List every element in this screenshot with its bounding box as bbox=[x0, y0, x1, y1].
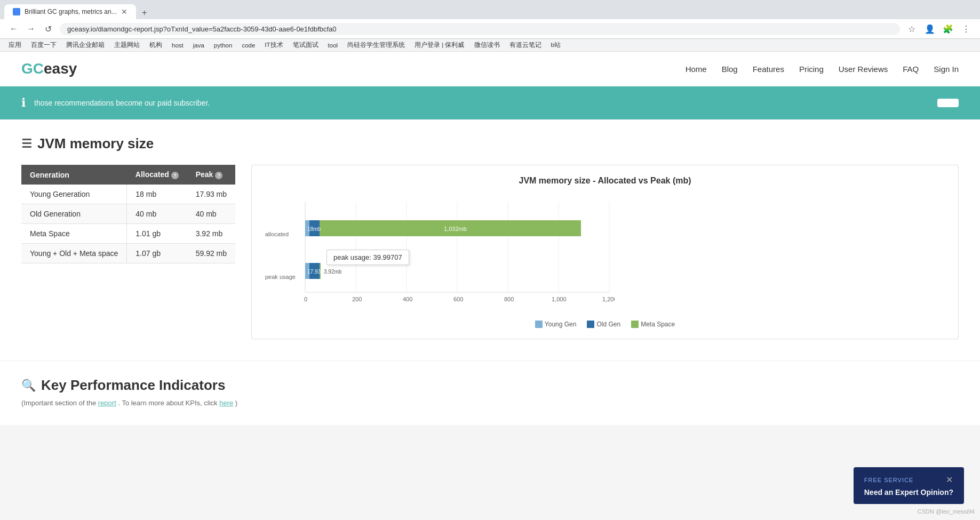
bookmark-item[interactable]: 微信读书 bbox=[470, 40, 504, 50]
table-row: Young Generation18 mb17.93 mb bbox=[21, 185, 235, 204]
extension-icon[interactable]: 🧩 bbox=[941, 21, 955, 36]
bookmark-item[interactable]: java bbox=[189, 41, 209, 50]
jvm-title-text: JVM memory size bbox=[37, 135, 154, 152]
bookmark-item[interactable]: host bbox=[168, 41, 188, 50]
table-row: Meta Space1.01 gb3.92 mb bbox=[21, 224, 235, 244]
nav-pricing[interactable]: Pricing bbox=[799, 65, 824, 74]
table-cell-2: 17.93 mb bbox=[187, 185, 235, 204]
bookmark-item[interactable]: 尚硅谷学生管理系统 bbox=[343, 40, 409, 50]
allocated-young-label: 18mb bbox=[307, 226, 321, 232]
bookmark-item[interactable]: code bbox=[237, 41, 259, 50]
kpi-subtitle3: ) bbox=[235, 399, 237, 407]
nav-home[interactable]: Home bbox=[686, 65, 707, 74]
nav-buttons: ← → ↺ bbox=[6, 21, 55, 36]
active-tab[interactable]: Brilliant GC graphs, metrics an... ✕ bbox=[4, 4, 136, 19]
nav-features[interactable]: Features bbox=[753, 65, 784, 74]
bookmark-item[interactable]: 笔试面试 bbox=[289, 40, 323, 50]
tab-bar: Brilliant GC graphs, metrics an... ✕ + bbox=[0, 0, 980, 19]
forward-button[interactable]: → bbox=[23, 21, 38, 36]
new-tab-button[interactable]: + bbox=[138, 6, 151, 19]
kpi-subtitle: (Important section of the report . To le… bbox=[21, 399, 959, 407]
table-cell-0: Meta Space bbox=[21, 224, 127, 244]
nav-user-reviews[interactable]: User Reviews bbox=[839, 65, 888, 74]
table-cell-1: 40 mb bbox=[127, 204, 187, 224]
table-cell-1: 18 mb bbox=[127, 185, 187, 204]
bookmark-icon[interactable]: ☆ bbox=[904, 21, 919, 36]
legend-old-gen: Old Gen bbox=[587, 321, 620, 328]
chart-tooltip: peak usage: 39.99707 bbox=[326, 250, 409, 265]
nav-blog[interactable]: Blog bbox=[722, 65, 738, 74]
kpi-title: 🔍 Key Performance Indicators bbox=[21, 377, 959, 394]
nav-links: Home Blog Features Pricing User Reviews … bbox=[686, 65, 959, 74]
kpi-subtitle2: . To learn more about KPIs, click bbox=[118, 399, 219, 407]
address-bar: ← → ↺ gceasy.io/diamondgc-report.jsp?oTx… bbox=[0, 19, 980, 39]
url-input[interactable]: gceasy.io/diamondgc-report.jsp?oTxnId_va… bbox=[60, 23, 900, 35]
back-button[interactable]: ← bbox=[6, 21, 21, 36]
x-label-1200: 1,200 bbox=[602, 296, 615, 302]
legend-meta-space: Meta Space bbox=[631, 321, 675, 328]
table-cell-2: 59.92 mb bbox=[187, 244, 235, 263]
bookmark-item[interactable]: IT技术 bbox=[260, 40, 287, 50]
bookmark-item[interactable]: 应用 bbox=[4, 40, 26, 50]
chart-container: JVM memory size - Allocated vs Peak (mb) bbox=[251, 165, 959, 339]
bookmark-item[interactable]: 百度一下 bbox=[27, 40, 61, 50]
chart-svg-container: allocated peak usage 18mb 1,032mb bbox=[262, 196, 947, 315]
table-cell-0: Young Generation bbox=[21, 185, 127, 204]
chart-svg: allocated peak usage 18mb 1,032mb bbox=[262, 196, 615, 314]
legend-old-color bbox=[587, 321, 594, 328]
allocated-info-icon[interactable]: ? bbox=[171, 172, 179, 179]
bookmark-item[interactable]: 腾讯企业邮箱 bbox=[62, 40, 109, 50]
kpi-report-link[interactable]: report bbox=[98, 399, 116, 407]
memory-table: Generation Allocated ? Peak ? Young Gene… bbox=[21, 165, 235, 263]
nav-faq[interactable]: FAQ bbox=[903, 65, 919, 74]
legend-young-gen: Young Gen bbox=[535, 321, 577, 328]
x-label-1000: 1,000 bbox=[552, 296, 567, 302]
kpi-here-link[interactable]: here bbox=[219, 399, 233, 407]
table-cell-0: Young + Old + Meta space bbox=[21, 244, 127, 263]
banner-icon: ℹ bbox=[21, 96, 26, 110]
nav-header: GCeasy Home Blog Features Pricing User R… bbox=[0, 52, 980, 86]
jvm-section-title: ☰ JVM memory size bbox=[21, 135, 959, 152]
table-row: Old Generation40 mb40 mb bbox=[21, 204, 235, 224]
banner-text: those recommendations become our paid su… bbox=[34, 99, 929, 107]
legend-young-color bbox=[535, 321, 543, 328]
legend-young-label: Young Gen bbox=[545, 321, 577, 328]
table-cell-2: 3.92 mb bbox=[187, 224, 235, 244]
bookmark-item[interactable]: 有道云笔记 bbox=[505, 40, 546, 50]
browser-actions: ☆ 👤 🧩 ⋮ bbox=[904, 21, 974, 36]
kpi-subtitle-text: (Important section of the bbox=[21, 399, 98, 407]
list-icon: ☰ bbox=[21, 137, 32, 151]
bookmark-item[interactable]: 主题网站 bbox=[110, 40, 144, 50]
profile-icon[interactable]: 👤 bbox=[922, 21, 937, 36]
refresh-button[interactable]: ↺ bbox=[41, 21, 55, 36]
website-content: GCeasy Home Blog Features Pricing User R… bbox=[0, 52, 980, 425]
bookmark-item[interactable]: 机构 bbox=[145, 40, 166, 50]
table-cell-0: Old Generation bbox=[21, 204, 127, 224]
bookmark-item[interactable]: python bbox=[210, 41, 237, 50]
url-text: gceasy.io/diamondgc-report.jsp?oTxnId_va… bbox=[67, 25, 337, 33]
peak-info-icon[interactable]: ? bbox=[215, 172, 222, 179]
menu-icon[interactable]: ⋮ bbox=[959, 21, 974, 36]
table-row: Young + Old + Meta space1.07 gb59.92 mb bbox=[21, 244, 235, 263]
x-label-800: 800 bbox=[504, 296, 514, 302]
kpi-title-text: Key Performance Indicators bbox=[41, 377, 225, 394]
site-logo[interactable]: GCeasy bbox=[21, 60, 77, 77]
x-label-0: 0 bbox=[304, 296, 307, 302]
table-cell-1: 1.01 gb bbox=[127, 224, 187, 244]
legend-meta-color bbox=[631, 321, 639, 328]
bookmarks-bar: 应用百度一下腾讯企业邮箱主题网站机构hostjavapythoncodeIT技术… bbox=[0, 39, 980, 52]
peak-meta-label: 3.92mb bbox=[324, 269, 342, 275]
banner-subscribe-button[interactable] bbox=[937, 99, 959, 107]
nav-signin[interactable]: Sign In bbox=[934, 65, 959, 74]
tab-favicon bbox=[13, 8, 20, 15]
bookmark-item[interactable]: b站 bbox=[547, 40, 565, 50]
kpi-section: 🔍 Key Performance Indicators (Important … bbox=[0, 361, 980, 412]
col-allocated: Allocated ? bbox=[127, 165, 187, 185]
x-label-200: 200 bbox=[352, 296, 362, 302]
legend-meta-label: Meta Space bbox=[641, 321, 675, 328]
browser-chrome: Brilliant GC graphs, metrics an... ✕ + ←… bbox=[0, 0, 980, 52]
bookmark-item[interactable]: tool bbox=[324, 41, 342, 50]
tab-close-button[interactable]: ✕ bbox=[121, 7, 128, 16]
tooltip-text: peak usage: 39.99707 bbox=[333, 253, 402, 261]
bookmark-item[interactable]: 用户登录 | 保利威 bbox=[410, 40, 468, 50]
